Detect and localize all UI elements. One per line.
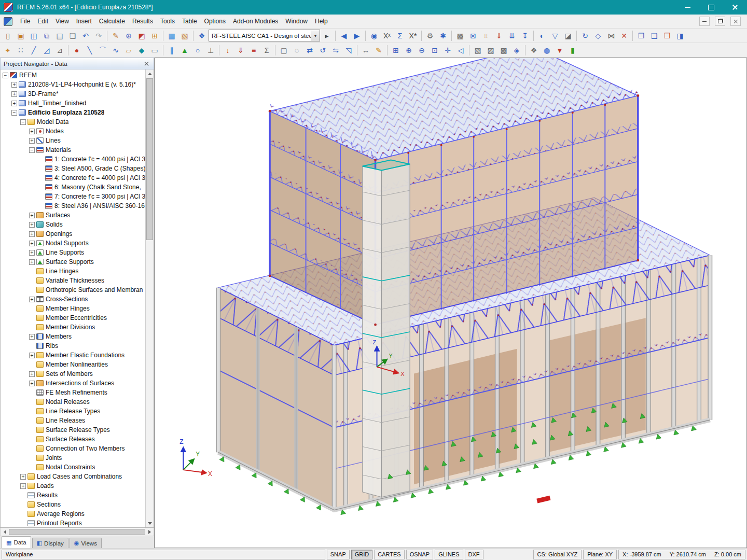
find-button[interactable]: ◉ xyxy=(368,30,380,42)
new-opening-button[interactable]: ▭ xyxy=(148,44,161,57)
expand-toggle[interactable]: + xyxy=(11,82,17,88)
plane-xy-button[interactable]: ⊿ xyxy=(53,44,66,57)
tree-item-printout-reports[interactable]: Printout Reports xyxy=(1,519,145,527)
tree-item-orthotropic-surfaces-and-membran[interactable]: Orthotropic Surfaces and Membran xyxy=(1,285,145,295)
model-3d[interactable]: Z Y X Z Y X xyxy=(155,58,746,548)
minimize-button[interactable] xyxy=(675,0,699,15)
tree-item-load-cases-and-combinations[interactable]: +Load Cases and Combinations xyxy=(1,472,145,481)
tab-data[interactable]: ▦Data xyxy=(2,536,31,548)
tree-item-nodal-supports[interactable]: +Nodal Supports xyxy=(1,239,145,248)
zoom-out-button[interactable]: ⊖ xyxy=(416,44,428,57)
previous-view-button[interactable]: ◁ xyxy=(454,44,467,57)
model-viewport[interactable]: Z Y X Z Y X xyxy=(155,58,747,548)
new-hinge-button[interactable]: ○ xyxy=(191,44,204,57)
expand-toggle[interactable]: − xyxy=(29,147,35,153)
isometric-button[interactable]: ◇ xyxy=(592,30,604,42)
print-button[interactable]: ▤ xyxy=(53,30,66,42)
toggle-snap[interactable]: SNAP xyxy=(327,550,350,559)
rotate-copy-button[interactable]: ↺ xyxy=(316,44,329,57)
move-copy-button[interactable]: ⇄ xyxy=(303,44,316,57)
tree-item-surface-release-types[interactable]: Surface Release Types xyxy=(1,425,145,435)
expand-toggle[interactable]: + xyxy=(20,483,26,489)
maximize-button[interactable] xyxy=(699,0,723,15)
extremes-button[interactable]: X* xyxy=(407,30,419,42)
copy-button[interactable]: ❏ xyxy=(66,30,79,42)
tree-item-line-releases[interactable]: Line Releases xyxy=(1,416,145,425)
new-solid-button[interactable]: ◆ xyxy=(135,44,148,57)
tree-item-hall-timber-finished[interactable]: +Hall_Timber_finished xyxy=(1,99,145,108)
expand-toggle[interactable]: + xyxy=(29,334,35,340)
tree-item-sections[interactable]: Sections xyxy=(1,500,145,509)
tree-item-line-supports[interactable]: +Line Supports xyxy=(1,248,145,257)
zoom-in-button[interactable]: ⊕ xyxy=(403,44,415,57)
menu-calculate[interactable]: Calculate xyxy=(95,16,129,27)
tree-item-7-concrete-f-c-3000-psi-aci-3[interactable]: 7: Concrete f'c = 3000 psi | ACI 3 xyxy=(1,192,145,201)
rendering-button[interactable]: ◍ xyxy=(541,44,553,57)
loads-surface-button[interactable]: ↧ xyxy=(519,30,531,42)
expand-toggle[interactable]: + xyxy=(11,101,17,106)
menu-insert[interactable]: Insert xyxy=(73,16,95,27)
rotate-view-button[interactable]: ↻ xyxy=(579,30,591,42)
tree-item-average-regions[interactable]: Average Regions xyxy=(1,509,145,519)
tree-item-joints[interactable]: Joints xyxy=(1,453,145,463)
tree-item-4-concrete-f-c-4000-psi-aci-3[interactable]: 4: Concrete f'c = 4000 psi | ACI 3 xyxy=(1,173,145,183)
open-module-button[interactable]: ▸ xyxy=(321,30,333,42)
tree-item-nodes[interactable]: +Nodes xyxy=(1,127,145,136)
tab-views[interactable]: ◉Views xyxy=(70,538,102,548)
expand-toggle[interactable]: + xyxy=(29,297,35,302)
tree-item-cross-sections[interactable]: +Cross-Sections xyxy=(1,295,145,304)
toggle-dxf[interactable]: DXF xyxy=(465,550,483,559)
color-scale-button[interactable]: ▮ xyxy=(566,44,579,57)
panel-results-button[interactable]: ◨ xyxy=(674,30,686,42)
tree-item-intersections-of-surfaces[interactable]: +Intersections of Surfaces xyxy=(1,379,145,388)
nav-back-button[interactable]: ◀ xyxy=(338,30,350,42)
menu-file[interactable]: File xyxy=(17,16,34,27)
tree-item-fe-mesh-refinements[interactable]: FE Mesh Refinements xyxy=(1,388,145,397)
menu-view[interactable]: View xyxy=(52,16,73,27)
scroll-up-button[interactable] xyxy=(146,69,154,77)
sum-button[interactable]: Σ xyxy=(394,30,406,42)
tree-item-surface-supports[interactable]: +Surface Supports xyxy=(1,257,145,267)
view-yz-button[interactable]: ▩ xyxy=(497,44,510,57)
new-model-button[interactable]: ▯ xyxy=(2,30,14,42)
fe-mesh-button[interactable]: ▩ xyxy=(454,30,466,42)
expand-toggle[interactable]: + xyxy=(29,250,35,256)
visibility-button[interactable]: ◐ xyxy=(536,30,548,42)
zoom-button[interactable]: ⊕ xyxy=(122,30,135,42)
expand-toggle[interactable]: + xyxy=(29,213,35,218)
panel-views-button[interactable]: ❒ xyxy=(661,30,673,42)
surface-load-button[interactable]: ≡ xyxy=(247,44,260,57)
load-combination-button[interactable]: Σ xyxy=(260,44,273,57)
new-spline-button[interactable]: ∿ xyxy=(109,44,122,57)
expand-toggle[interactable]: + xyxy=(29,371,35,377)
nav-forward-button[interactable]: ▶ xyxy=(351,30,363,42)
select-button[interactable]: ▢ xyxy=(278,44,290,57)
dimensions-button[interactable]: ↔ xyxy=(359,44,372,57)
toggle-grid[interactable]: GRID xyxy=(351,550,373,559)
tree-item-surface-releases[interactable]: Surface Releases xyxy=(1,435,145,444)
menu-tools[interactable]: Tools xyxy=(157,16,178,27)
undo-button[interactable]: ↶ xyxy=(79,30,92,42)
hscroll-thumb[interactable] xyxy=(9,529,145,535)
loads-member-button[interactable]: ⇊ xyxy=(506,30,518,42)
close-button[interactable] xyxy=(723,0,747,15)
save-button[interactable]: ◫ xyxy=(27,30,40,42)
tree-item-rfem[interactable]: −RFEM xyxy=(1,71,145,80)
tree-item-lines[interactable]: +Lines xyxy=(1,136,145,145)
tab-display[interactable]: ◧Display xyxy=(32,538,68,548)
view-xz-button[interactable]: ▨ xyxy=(485,44,497,57)
save-all-button[interactable]: ⧉ xyxy=(40,30,53,42)
menu-options[interactable]: Options xyxy=(201,16,229,27)
module-select[interactable]: RF-STEEL AISC CA1 - Design of steel me▾ xyxy=(209,30,320,41)
tree-item-3-steel-a500-grade-c-shapes[interactable]: 3: Steel A500, Grade C (Shapes) xyxy=(1,164,145,173)
mesh-settings-button[interactable]: ⊠ xyxy=(467,30,479,42)
mirror-button[interactable]: ⋈ xyxy=(605,30,617,42)
calculate-button[interactable]: ✱ xyxy=(437,30,449,42)
navigator-close-button[interactable] xyxy=(143,60,150,67)
scale-copy-button[interactable]: ◹ xyxy=(342,44,355,57)
expand-toggle[interactable]: + xyxy=(29,241,35,246)
tree-item-210208-v1-lp4-hochpunkt-e-v-5-16[interactable]: +210208-V1-LP4-Hochpunkt E (v. 5.16)* xyxy=(1,80,145,89)
pan-button[interactable]: ✛ xyxy=(441,44,454,57)
tree-item-members[interactable]: +Members xyxy=(1,332,145,341)
scroll-right-button[interactable] xyxy=(146,528,154,536)
